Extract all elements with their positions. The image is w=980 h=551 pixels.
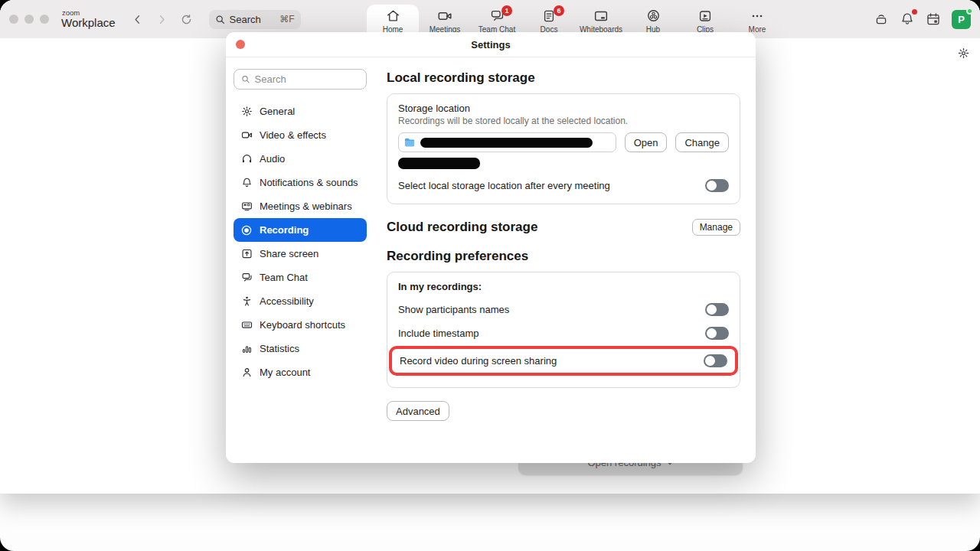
recording-preferences-card: In my recordings: Show participants name… [387,272,740,388]
notification-dot [912,9,917,15]
settings-search-box[interactable] [234,69,367,90]
bell-icon [240,177,253,189]
redacted-storage-path [420,138,593,148]
local-storage-card: Storage location Recordings will be stor… [387,93,740,204]
sidebar-item-team-chat[interactable]: Team Chat [234,266,367,289]
history-icon[interactable] [177,9,197,29]
highlight-annotation-record-video: Record video during screen sharing [389,346,738,376]
sidebar-item-video-effects[interactable]: Video & effects [234,123,367,147]
record-icon [240,224,253,236]
gear-icon [240,106,253,118]
accessibility-icon [240,295,253,308]
hub-icon [646,8,661,24]
keyboard-icon [240,319,253,331]
zoom-workplace-logo: zoom Workplace [61,9,116,29]
sidebar-item-my-account[interactable]: My account [234,360,367,384]
online-status-dot [966,8,973,15]
meetings-icon [437,8,452,24]
forward-button[interactable] [152,9,172,29]
meeting-screen-icon [240,201,253,213]
share-screen-icon [240,248,253,260]
redacted-storage-info [398,158,480,169]
sidebar-item-statistics[interactable]: Statistics [234,337,367,360]
open-button[interactable]: Open [625,132,668,152]
more-icon [750,8,764,24]
back-button[interactable] [128,9,148,29]
connect-device-icon[interactable] [874,11,889,27]
in-my-recordings-label: In my recordings: [398,281,729,292]
sidebar-item-audio[interactable]: Audio [234,147,367,171]
select-location-toggle[interactable] [705,179,729,192]
sidebar-item-notifications[interactable]: Notifications & sounds [234,171,367,194]
close-window-button[interactable] [9,15,18,24]
zoom-window-button[interactable] [40,15,49,24]
search-icon [241,74,250,84]
search-placeholder: Search [230,14,276,25]
record-video-screen-sharing-toggle[interactable] [704,354,727,367]
clips-icon [698,8,712,24]
dialog-title: Settings [471,39,510,51]
show-participants-names-label: Show participants names [398,304,509,315]
select-location-toggle-label: Select local storage location after ever… [398,180,610,191]
chat-bubbles-icon [240,272,253,284]
folder-icon [404,138,415,147]
recording-preferences-heading: Recording preferences [387,249,740,264]
minimize-window-button[interactable] [24,15,34,24]
headphones-icon [240,153,253,165]
include-timestamp-toggle[interactable] [705,327,729,340]
team-chat-badge: 1 [501,5,512,16]
search-icon [215,15,225,24]
notifications-bell-icon[interactable] [900,11,915,27]
video-camera-icon [240,129,253,142]
bar-chart-icon [240,343,253,355]
include-timestamp-label: Include timestamp [398,328,479,339]
sidebar-item-general[interactable]: General [234,99,367,123]
manage-button[interactable]: Manage [692,219,740,236]
home-icon [386,8,400,24]
sidebar-item-keyboard-shortcuts[interactable]: Keyboard shortcuts [234,313,367,337]
storage-path-field[interactable] [398,132,616,152]
sidebar-item-recording[interactable]: Recording [234,218,367,242]
calendar-icon[interactable] [926,11,941,27]
search-shortcut: ⌘F [279,14,294,24]
page-settings-gear-icon[interactable] [958,47,969,59]
sidebar-item-share-screen[interactable]: Share screen [234,242,367,266]
global-search-input[interactable]: Search ⌘F [209,10,301,29]
cloud-recording-heading: Cloud recording storage [387,220,537,235]
storage-location-description: Recordings will be stored locally at the… [398,116,729,126]
sidebar-item-accessibility[interactable]: Accessibility [234,289,367,313]
desktop-background: zoom Workplace Search ⌘F [0,0,980,551]
show-participants-names-toggle[interactable] [705,303,729,316]
settings-dialog: Settings General Video & effects [226,32,756,463]
local-recording-heading: Local recording storage [387,70,740,86]
settings-search-input[interactable] [255,73,359,85]
record-video-screen-sharing-label: Record video during screen sharing [400,355,557,367]
settings-dialog-header: Settings [226,32,756,57]
zoom-app-window: zoom Workplace Search ⌘F [0,0,980,494]
sidebar-item-meetings-webinars[interactable]: Meetings & webinars [234,194,367,218]
recording-settings-panel: Local recording storage Storage location… [387,57,740,463]
person-icon [240,367,253,379]
settings-sidebar: General Video & effects Audio Notificati… [234,69,367,384]
storage-location-title: Storage location [398,103,729,114]
window-controls [9,15,49,24]
user-avatar[interactable]: P [952,10,971,29]
whiteboards-icon [593,8,609,24]
logo-text-workplace: Workplace [61,17,116,29]
advanced-button[interactable]: Advanced [387,401,449,421]
docs-badge: 6 [554,5,564,16]
change-button[interactable]: Change [675,132,729,152]
close-dialog-button[interactable] [236,40,245,49]
